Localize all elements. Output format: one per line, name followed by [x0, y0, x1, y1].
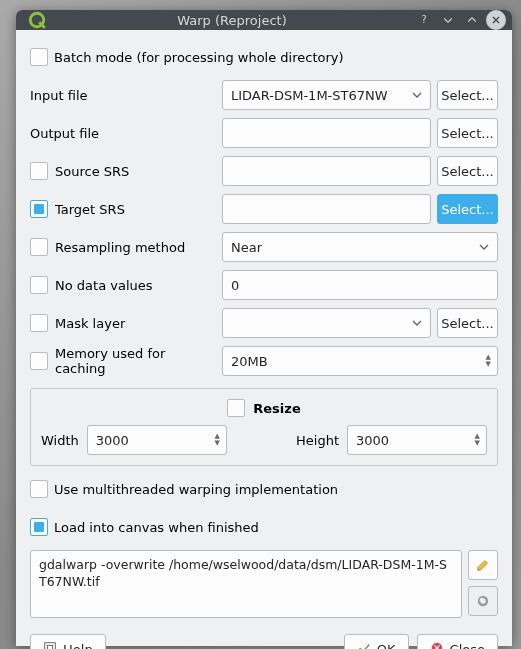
memory-value: 20MB [231, 354, 486, 369]
output-file-label: Output file [30, 126, 99, 141]
height-label: Height [296, 433, 339, 448]
nodata-checkbox[interactable] [30, 276, 48, 294]
titlebar: Warp (Reproject) ? [16, 10, 512, 30]
nodata-input[interactable] [222, 270, 498, 300]
command-row [30, 550, 498, 618]
nodata-label: No data values [55, 278, 153, 293]
resize-fieldset: Resize Width 3000 ▲▼ Height 3000 ▲▼ [30, 388, 498, 466]
multithread-label: Use multithreaded warping implementation [54, 482, 338, 497]
spin-buttons-icon[interactable]: ▲▼ [475, 433, 480, 447]
reset-command-button[interactable] [468, 586, 498, 616]
target-srs-label: Target SRS [55, 202, 125, 217]
memory-row: Memory used for caching 20MB ▲▼ [30, 346, 498, 376]
warp-dialog: Warp (Reproject) ? Batch mode (for proce… [16, 10, 512, 646]
output-file-select-button[interactable]: Select... [437, 118, 498, 148]
button-bar: Help OK Close [30, 626, 498, 649]
close-button[interactable]: Close [417, 634, 498, 649]
input-file-value: LIDAR-DSM-1M-ST67NW [231, 88, 412, 103]
source-srs-select-button[interactable]: Select... [437, 156, 498, 186]
batch-mode-checkbox[interactable] [30, 48, 48, 66]
spin-buttons-icon[interactable]: ▲▼ [486, 354, 491, 368]
mask-label: Mask layer [55, 316, 125, 331]
command-textarea[interactable] [30, 550, 462, 618]
memory-label: Memory used for caching [55, 346, 216, 376]
qgis-icon [28, 11, 46, 29]
minimize-icon[interactable] [438, 10, 458, 30]
ok-button[interactable]: OK [344, 634, 409, 649]
chevron-down-icon [412, 316, 422, 331]
close-x-icon [430, 641, 444, 650]
multithread-checkbox[interactable] [30, 480, 48, 498]
chevron-down-icon [479, 240, 489, 255]
memory-spin[interactable]: 20MB ▲▼ [222, 346, 498, 376]
nodata-row: No data values [30, 270, 498, 300]
memory-checkbox[interactable] [30, 352, 48, 370]
height-value: 3000 [356, 433, 475, 448]
ok-button-label: OK [377, 642, 396, 650]
batch-mode-row: Batch mode (for processing whole directo… [30, 42, 498, 72]
load-canvas-row: Load into canvas when finished [30, 512, 498, 542]
mask-combo[interactable] [222, 308, 431, 338]
output-file-input[interactable] [222, 118, 431, 148]
resampling-checkbox[interactable] [30, 238, 48, 256]
resize-checkbox[interactable] [227, 399, 245, 417]
help-button-label: Help [63, 642, 93, 650]
target-srs-row: Target SRS Select... [30, 194, 498, 224]
resize-legend: Resize [253, 401, 300, 416]
svg-rect-3 [45, 642, 56, 649]
height-spin[interactable]: 3000 ▲▼ [347, 425, 487, 455]
dialog-content: Batch mode (for processing whole directo… [16, 30, 512, 649]
check-icon [357, 641, 371, 650]
resampling-label: Resampling method [55, 240, 185, 255]
help-icon[interactable]: ? [414, 10, 434, 30]
help-icon [43, 641, 57, 650]
source-srs-row: Source SRS Select... [30, 156, 498, 186]
input-file-row: Input file LIDAR-DSM-1M-ST67NW Select... [30, 80, 498, 110]
resampling-value: Near [231, 240, 479, 255]
width-label: Width [41, 433, 79, 448]
load-canvas-checkbox[interactable] [30, 518, 48, 536]
input-file-label: Input file [30, 88, 88, 103]
resampling-row: Resampling method Near [30, 232, 498, 262]
source-srs-checkbox[interactable] [30, 162, 48, 180]
width-spin[interactable]: 3000 ▲▼ [87, 425, 227, 455]
input-file-select-button[interactable]: Select... [437, 80, 498, 110]
width-value: 3000 [96, 433, 215, 448]
target-srs-checkbox[interactable] [30, 200, 48, 218]
load-canvas-label: Load into canvas when finished [54, 520, 259, 535]
maximize-icon[interactable] [462, 10, 482, 30]
svg-text:?: ? [421, 14, 426, 25]
source-srs-input[interactable] [222, 156, 431, 186]
multithread-row: Use multithreaded warping implementation [30, 474, 498, 504]
batch-mode-label: Batch mode (for processing whole directo… [54, 50, 344, 65]
mask-select-button[interactable]: Select... [437, 308, 498, 338]
chevron-down-icon [412, 88, 422, 103]
svg-rect-4 [47, 645, 52, 649]
source-srs-label: Source SRS [55, 164, 129, 179]
output-file-row: Output file Select... [30, 118, 498, 148]
close-icon[interactable] [486, 10, 506, 30]
help-button[interactable]: Help [30, 634, 106, 649]
input-file-combo[interactable]: LIDAR-DSM-1M-ST67NW [222, 80, 431, 110]
mask-row: Mask layer Select... [30, 308, 498, 338]
mask-checkbox[interactable] [30, 314, 48, 332]
dialog-title: Warp (Reproject) [54, 13, 410, 28]
close-button-label: Close [450, 642, 485, 650]
resampling-combo[interactable]: Near [222, 232, 498, 262]
spin-buttons-icon[interactable]: ▲▼ [214, 433, 219, 447]
target-srs-input[interactable] [222, 194, 431, 224]
edit-command-button[interactable] [468, 550, 498, 580]
target-srs-select-button[interactable]: Select... [437, 194, 498, 224]
